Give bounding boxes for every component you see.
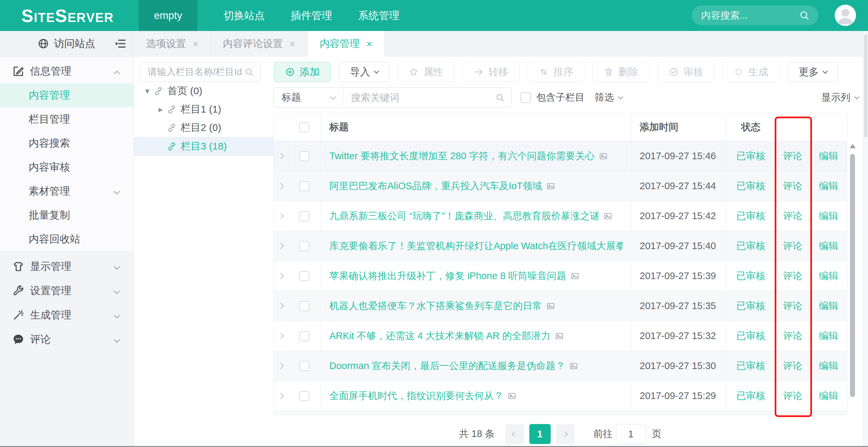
window-scrollbar-thumb[interactable] xyxy=(864,34,867,138)
sidebar-item[interactable]: 内容回收站 xyxy=(0,227,134,251)
content-title-link[interactable]: Twitter 要将推文长度增加至 280 字符，有六个问题你需要关心 xyxy=(329,149,595,163)
table-row[interactable]: 九鼎系新三板公司 “玩嗨了”！庞森商业、高思教育股价暴涨之谜2017-09-27… xyxy=(273,201,847,231)
content-title-link[interactable]: 库克要偷着乐了！美监管机构开绿灯让Apple Watch在医疗领域大展拳脚. xyxy=(329,239,623,253)
search-icon[interactable] xyxy=(799,10,810,21)
row-checkbox[interactable] xyxy=(299,211,309,221)
generate-button[interactable]: 生成 xyxy=(723,62,779,82)
sidebar-collapse-icon[interactable] xyxy=(114,37,126,50)
topbar-nav-item[interactable]: 切换站点 xyxy=(223,9,265,23)
row-expand-icon[interactable] xyxy=(278,273,284,279)
tab-close-icon[interactable]: × xyxy=(290,39,296,49)
table-row[interactable]: ARKit 不够，还需这 4 大技术来解锁 AR 的全部潜力2017-09-27… xyxy=(273,321,847,351)
row-expand-icon[interactable] xyxy=(278,393,284,399)
row-expand-icon[interactable] xyxy=(278,183,284,189)
delete-button[interactable]: 删除 xyxy=(593,62,649,82)
row-checkbox[interactable] xyxy=(299,181,309,191)
topbar-nav-item[interactable]: 系统管理 xyxy=(358,9,399,23)
transfer-button[interactable]: 转移 xyxy=(463,62,519,82)
edit-link[interactable]: 编辑 xyxy=(819,179,838,193)
table-row[interactable]: 库克要偷着乐了！美监管机构开绿灯让Apple Watch在医疗领域大展拳脚.20… xyxy=(273,231,847,261)
include-children-checkbox[interactable] xyxy=(520,92,531,103)
row-checkbox[interactable] xyxy=(299,331,309,341)
sidebar-item[interactable]: 内容审核 xyxy=(0,155,134,179)
row-expand-icon[interactable] xyxy=(278,333,284,339)
review-button[interactable]: 审核 xyxy=(658,62,714,82)
row-expand-icon[interactable] xyxy=(278,243,284,249)
comment-link[interactable]: 评论 xyxy=(783,359,802,373)
siteserver-logo[interactable]: SITESERVER xyxy=(21,7,139,25)
row-expand-icon[interactable] xyxy=(278,363,284,369)
sidebar-item[interactable]: 生成管理 xyxy=(0,303,134,327)
row-checkbox[interactable] xyxy=(299,271,309,281)
more-button[interactable]: 更多 xyxy=(788,62,838,82)
table-row[interactable]: 全面屏手机时代，指纹识别要何去何从？2017-09-27 15:29已审核评论编… xyxy=(273,381,847,411)
content-title-link[interactable]: Doorman 宣布关闭，最后一公里的配送服务是伪命题？ xyxy=(329,359,565,373)
sidebar-item[interactable]: 信息管理 xyxy=(0,59,134,83)
caret-down-icon[interactable]: ▾ xyxy=(141,86,153,96)
visit-site-label[interactable]: 访问站点 xyxy=(54,37,95,50)
goto-page-input[interactable] xyxy=(616,424,646,444)
comment-link[interactable]: 评论 xyxy=(783,239,802,253)
comment-link[interactable]: 评论 xyxy=(783,149,802,163)
search-field-select[interactable]: 标题 xyxy=(274,88,344,108)
edit-link[interactable]: 编辑 xyxy=(819,300,838,313)
user-avatar[interactable] xyxy=(835,5,856,26)
sidebar-item[interactable]: 栏目管理 xyxy=(0,107,134,131)
global-search-input[interactable] xyxy=(700,10,799,21)
attribute-button[interactable]: 属性 xyxy=(398,62,454,82)
select-all-checkbox[interactable] xyxy=(299,122,309,132)
current-page-button[interactable]: 1 xyxy=(529,424,551,444)
caret-right-icon[interactable]: ▸ xyxy=(155,104,167,114)
filter-toggle[interactable]: 筛选 xyxy=(595,91,622,104)
content-title-link[interactable]: 机器人也爱搭便车？水下搭乘鲨鱼列车是它的日常 xyxy=(329,300,542,313)
edit-link[interactable]: 编辑 xyxy=(819,270,838,283)
current-site-tab[interactable]: empty xyxy=(139,0,197,31)
table-row[interactable]: Doorman 宣布关闭，最后一公里的配送服务是伪命题？2017-09-27 1… xyxy=(273,351,847,381)
window-scrollbar[interactable] xyxy=(863,31,868,447)
sidebar-item[interactable]: 内容管理 xyxy=(0,83,134,107)
content-title-link[interactable]: 九鼎系新三板公司 “玩嗨了”！庞森商业、高思教育股价暴涨之谜 xyxy=(329,209,599,223)
add-button[interactable]: 添加 xyxy=(274,62,331,82)
tab-content-management[interactable]: 内容管理× xyxy=(308,31,385,57)
row-checkbox[interactable] xyxy=(299,151,309,161)
sidebar-item[interactable]: 素材管理 xyxy=(0,179,134,203)
scrollbar-thumb[interactable] xyxy=(850,154,855,397)
search-icon[interactable] xyxy=(495,93,505,102)
comment-link[interactable]: 评论 xyxy=(783,270,802,283)
import-button[interactable]: 导入 xyxy=(339,62,389,82)
tree-node[interactable]: ▾首页 (0) xyxy=(134,82,273,100)
sort-button[interactable]: 排序 xyxy=(528,62,584,82)
content-title-link[interactable]: ARKit 不够，还需这 4 大技术来解锁 AR 的全部潜力 xyxy=(329,330,551,343)
comment-link[interactable]: 评论 xyxy=(783,300,802,313)
tree-node[interactable]: ▸栏目1 (1) xyxy=(134,100,273,118)
comment-link[interactable]: 评论 xyxy=(783,330,802,343)
tab-close-icon[interactable]: × xyxy=(366,39,372,49)
edit-link[interactable]: 编辑 xyxy=(819,239,838,253)
sidebar-item[interactable]: 评论 xyxy=(0,327,134,351)
prev-page-button[interactable] xyxy=(505,424,524,444)
row-checkbox[interactable] xyxy=(299,391,309,401)
display-columns-toggle[interactable]: 显示列 xyxy=(822,87,859,108)
edit-link[interactable]: 编辑 xyxy=(819,389,838,403)
comment-link[interactable]: 评论 xyxy=(783,389,802,403)
keyword-input[interactable] xyxy=(350,92,495,104)
row-checkbox[interactable] xyxy=(299,301,309,311)
content-title-link[interactable]: 阿里巴巴发布AliOS品牌，重兵投入汽车及IoT领域 xyxy=(329,179,542,193)
content-title-link[interactable]: 苹果确认将推出升级补丁，修复 iPhone 8 听筒噪音问题 xyxy=(329,270,566,283)
edit-link[interactable]: 编辑 xyxy=(819,209,838,223)
row-expand-icon[interactable] xyxy=(278,153,284,159)
sidebar-item[interactable]: 批量复制 xyxy=(0,203,134,227)
search-icon[interactable] xyxy=(244,67,254,77)
next-page-button[interactable] xyxy=(556,424,575,444)
table-row[interactable]: 机器人也爱搭便车？水下搭乘鲨鱼列车是它的日常2017-09-27 15:35已审… xyxy=(273,291,847,321)
row-expand-icon[interactable] xyxy=(278,303,284,309)
sidebar-item[interactable]: 设置管理 xyxy=(0,278,134,303)
sidebar-item[interactable]: 内容搜索 xyxy=(0,131,134,155)
include-children-label[interactable]: 包含子栏目 xyxy=(536,91,585,104)
comment-link[interactable]: 评论 xyxy=(783,209,802,223)
row-expand-icon[interactable] xyxy=(278,213,284,219)
tab-option-settings[interactable]: 选项设置× xyxy=(134,31,211,57)
tab-close-icon[interactable]: × xyxy=(193,39,199,49)
content-title-link[interactable]: 全面屏手机时代，指纹识别要何去何从？ xyxy=(329,389,503,403)
sidebar-item[interactable]: 显示管理 xyxy=(0,254,134,278)
